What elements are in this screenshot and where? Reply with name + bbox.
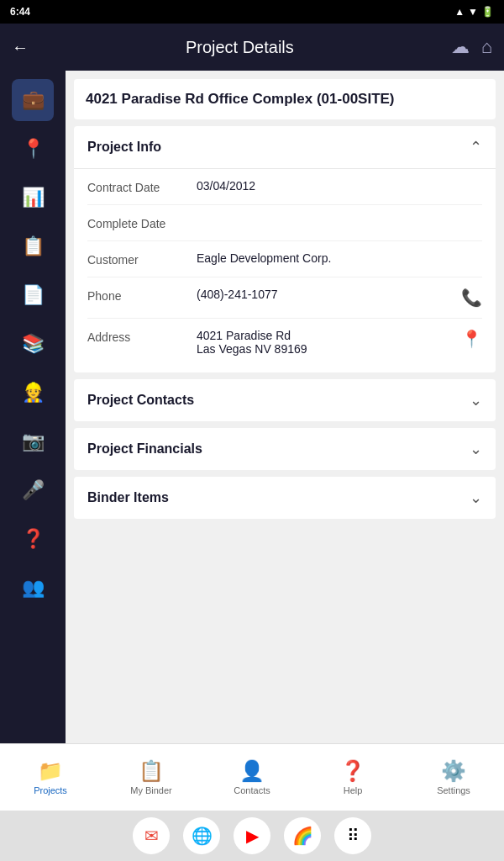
upload-icon[interactable]: ☁ [451, 36, 470, 58]
sidebar-item-reports[interactable]: 📊 [12, 177, 54, 219]
photos-dock-icon[interactable]: 🌈 [284, 817, 321, 854]
youtube-icon: ▶ [246, 826, 259, 846]
info-row-contract-date: Contract Date 03/04/2012 [87, 169, 482, 205]
sidebar-item-library[interactable]: 📚 [12, 323, 54, 365]
status-bar: 6:44 ▲ ▼ 🔋 [0, 0, 504, 24]
customer-label: Customer [87, 251, 197, 267]
sidebar-item-location[interactable]: 📍 [12, 128, 54, 170]
sidebar-item-team[interactable]: 👥 [12, 567, 54, 609]
project-info-section: Project Info ⌃ Contract Date 03/04/2012 … [74, 126, 496, 372]
camera-icon: 📷 [22, 430, 45, 452]
content-area: 4021 Paradise Rd Office Complex (01-00SI… [66, 71, 504, 743]
nav-item-settings[interactable]: ⚙️ Settings [428, 759, 479, 795]
binder-items-header[interactable]: Binder Items ⌄ [74, 477, 496, 519]
project-contacts-section: Project Contacts ⌄ [74, 379, 496, 421]
address-action[interactable]: 📍 [455, 329, 482, 349]
contacts-nav-icon: 👤 [239, 759, 265, 783]
apps-grid-icon: ⠿ [347, 826, 360, 846]
youtube-dock-icon[interactable]: ▶ [234, 817, 270, 854]
briefcase-icon: 💼 [22, 89, 45, 111]
my-binder-nav-icon: 📋 [139, 759, 164, 783]
header-icons: ☁ ⌂ [451, 36, 492, 58]
my-binder-nav-label: My Binder [130, 785, 172, 795]
status-icons: ▲ ▼ 🔋 [454, 6, 494, 18]
battery-icon: 🔋 [481, 6, 494, 18]
project-financials-chevron-icon: ⌄ [470, 440, 482, 458]
settings-nav-icon: ⚙️ [441, 759, 466, 783]
gmail-dock-icon[interactable]: ✉ [133, 817, 170, 854]
customer-value: Eagle Development Corp. [197, 251, 455, 265]
info-row-complete-date: Complete Date [87, 205, 482, 241]
nav-item-help[interactable]: ❓ Help [328, 759, 378, 795]
sidebar-item-microphone[interactable]: 🎤 [12, 469, 54, 511]
project-contacts-title: Project Contacts [87, 393, 194, 408]
team-icon: 👥 [22, 577, 45, 599]
projects-nav-label: Projects [34, 785, 67, 795]
map-pin-icon[interactable]: 📍 [461, 329, 482, 349]
sidebar: 💼 📍 📊 📋 📄 📚 👷 📷 🎤 ❓ 👥 [0, 71, 66, 743]
reports-icon: 📊 [22, 187, 45, 209]
phone-value: (408)-241-1077 [197, 288, 455, 301]
info-row-phone: Phone (408)-241-1077 📞 [87, 277, 482, 319]
main-layout: 💼 📍 📊 📋 📄 📚 👷 📷 🎤 ❓ 👥 [0, 71, 504, 743]
projects-nav-icon: 📁 [38, 759, 63, 783]
location-icon: 📍 [22, 138, 45, 160]
project-financials-header[interactable]: Project Financials ⌄ [74, 428, 496, 470]
sidebar-item-contacts-book[interactable]: 📋 [12, 225, 54, 267]
photos-icon: 🌈 [292, 826, 313, 846]
sidebar-item-help[interactable]: ❓ [12, 518, 54, 560]
status-time: 6:44 [10, 6, 30, 18]
library-icon: 📚 [22, 333, 45, 355]
chrome-dock-icon[interactable]: 🌐 [183, 817, 220, 854]
project-contacts-chevron-icon: ⌄ [470, 391, 482, 409]
contacts-book-icon: 📋 [22, 235, 45, 257]
contract-date-label: Contract Date [87, 179, 197, 194]
nav-item-projects[interactable]: 📁 Projects [25, 759, 76, 795]
documents-icon: 📄 [22, 284, 45, 306]
home-icon[interactable]: ⌂ [481, 36, 492, 58]
workers-icon: 👷 [22, 382, 45, 404]
project-financials-title: Project Financials [87, 441, 202, 457]
complete-date-label: Complete Date [87, 215, 197, 230]
binder-items-chevron-icon: ⌄ [470, 489, 482, 507]
help-nav-icon: ❓ [340, 759, 365, 783]
project-info-title: Project Info [87, 140, 161, 155]
project-contacts-header[interactable]: Project Contacts ⌄ [74, 379, 496, 421]
contract-date-value: 03/04/2012 [197, 179, 455, 193]
chrome-icon: 🌐 [192, 826, 213, 846]
settings-nav-label: Settings [437, 785, 470, 795]
header-title: Project Details [186, 38, 294, 57]
wifi-icon: ▲ [454, 6, 465, 18]
help-circle-icon: ❓ [22, 528, 45, 550]
app-dock: ✉ 🌐 ▶ 🌈 ⠿ [0, 811, 504, 861]
header: ← Project Details ☁ ⌂ [0, 24, 504, 71]
sidebar-item-briefcase[interactable]: 💼 [12, 79, 54, 121]
apps-dock-icon[interactable]: ⠿ [334, 817, 371, 854]
binder-items-title: Binder Items [87, 490, 169, 505]
address-value: 4021 Paradise Rd Las Vegas NV 89169 [197, 329, 455, 356]
info-row-customer: Customer Eagle Development Corp. [87, 241, 482, 277]
gmail-icon: ✉ [144, 826, 159, 846]
address-label: Address [87, 329, 197, 344]
back-button[interactable]: ← [12, 38, 29, 57]
phone-action[interactable]: 📞 [455, 288, 482, 308]
nav-item-contacts[interactable]: 👤 Contacts [227, 759, 277, 795]
contacts-nav-label: Contacts [234, 785, 270, 795]
sidebar-item-documents[interactable]: 📄 [12, 274, 54, 316]
signal-icon: ▼ [468, 6, 478, 18]
phone-label: Phone [87, 288, 197, 303]
nav-item-my-binder[interactable]: 📋 My Binder [126, 759, 176, 795]
project-title: 4021 Paradise Rd Office Complex (01-00SI… [74, 79, 496, 119]
project-financials-section: Project Financials ⌄ [74, 428, 496, 470]
project-info-chevron-icon: ⌃ [470, 138, 482, 156]
phone-call-icon[interactable]: 📞 [461, 288, 482, 308]
binder-items-section: Binder Items ⌄ [74, 477, 496, 519]
bottom-nav: 📁 Projects 📋 My Binder 👤 Contacts ❓ Help… [0, 743, 504, 811]
sidebar-item-camera[interactable]: 📷 [12, 420, 54, 462]
sidebar-item-workers[interactable]: 👷 [12, 372, 54, 414]
project-info-content: Contract Date 03/04/2012 Complete Date C… [74, 168, 496, 372]
project-info-header[interactable]: Project Info ⌃ [74, 126, 496, 168]
info-row-address: Address 4021 Paradise Rd Las Vegas NV 89… [87, 319, 482, 366]
microphone-icon: 🎤 [22, 479, 45, 501]
help-nav-label: Help [344, 785, 363, 795]
